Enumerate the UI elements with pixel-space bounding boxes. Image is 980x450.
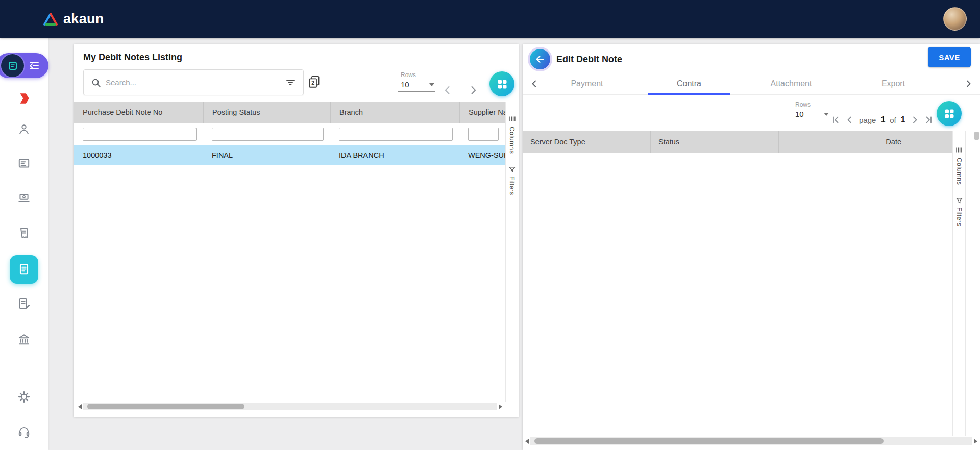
- sidebar-item-workstation[interactable]: [0, 191, 48, 205]
- column-header[interactable]: Status: [650, 131, 778, 153]
- column-header[interactable]: Server Doc Type: [523, 131, 650, 153]
- duplicate-icon[interactable]: 2: [307, 74, 321, 88]
- grid-view-button[interactable]: [937, 101, 962, 126]
- current-page: 1: [880, 115, 885, 124]
- workspace-badge[interactable]: [1, 54, 24, 77]
- back-button[interactable]: [530, 49, 550, 69]
- rows-value: 10: [401, 80, 409, 89]
- table-side-strip: Columns Filters: [952, 131, 966, 436]
- sidebar-item-support[interactable]: [0, 425, 48, 438]
- grid-icon: [497, 79, 508, 90]
- debit-notes-listing-panel: My Debit Notes Listing 2 Rows 10: [74, 44, 519, 417]
- scrollbar-thumb[interactable]: [974, 132, 979, 140]
- sidebar-item-bank[interactable]: [0, 333, 48, 346]
- search-input[interactable]: [106, 78, 280, 87]
- collapse-menu-icon: [29, 60, 40, 71]
- tab-bar: Payment Contra Attachment Export: [523, 72, 980, 95]
- table-filter-row: [74, 123, 505, 145]
- svg-text:2: 2: [311, 80, 314, 86]
- column-filter-input[interactable]: [212, 128, 324, 141]
- column-header[interactable]: Supplier Na: [459, 102, 505, 123]
- first-page-icon[interactable]: [831, 115, 841, 124]
- topbar: akaun: [0, 0, 980, 38]
- rows-value: 10: [795, 110, 804, 118]
- rows-per-page-select[interactable]: 10: [398, 79, 435, 92]
- save-button[interactable]: SAVE: [928, 47, 971, 67]
- column-filter-input[interactable]: [83, 128, 197, 141]
- brand-logo[interactable]: akaun: [43, 0, 104, 38]
- menu-toggle[interactable]: [0, 53, 48, 78]
- scrollbar-track: [83, 403, 497, 410]
- debit-notes-table: Purchase Debit Note No Posting Status Br…: [74, 102, 505, 165]
- card-list-icon: [17, 157, 31, 170]
- caret-down-icon: [429, 83, 434, 86]
- total-pages: 1: [901, 115, 905, 124]
- user-avatar[interactable]: [943, 7, 967, 31]
- column-filter-input[interactable]: [468, 128, 499, 141]
- scroll-right-arrow[interactable]: [974, 439, 977, 444]
- active-nav-tile: [10, 255, 38, 284]
- sidebar-item-debit-notes[interactable]: [0, 255, 48, 284]
- pager: page 1 of 1: [831, 115, 933, 124]
- receipt-icon: [17, 227, 31, 240]
- filter-list-icon[interactable]: [285, 77, 296, 88]
- sidebar-item-receipts[interactable]: [0, 227, 48, 240]
- scroll-left-arrow[interactable]: [525, 439, 529, 444]
- table-cell: IDA BRANCH: [330, 151, 459, 159]
- tabs-scroll-right-icon[interactable]: [964, 79, 973, 88]
- column-filter-input[interactable]: [339, 128, 453, 141]
- brand-name: akaun: [63, 11, 104, 27]
- person-icon: [17, 122, 31, 136]
- prev-page-icon[interactable]: [442, 84, 454, 96]
- tab-export[interactable]: Export: [842, 72, 944, 94]
- scrollbar-track: [530, 437, 972, 445]
- grid-view-button[interactable]: [489, 71, 514, 96]
- tab-contra[interactable]: Contra: [638, 72, 740, 94]
- search-box: [83, 69, 304, 95]
- filters-toggle[interactable]: Filters: [955, 207, 963, 227]
- filter-funnel-icon: [508, 166, 516, 173]
- workspace-icon: [8, 61, 18, 71]
- column-header[interactable]: Posting Status: [203, 102, 330, 123]
- table-row[interactable]: 1000033 FINAL IDA BRANCH WENG-SUP: [74, 145, 505, 165]
- filters-toggle[interactable]: Filters: [508, 176, 516, 195]
- horizontal-scrollbar: [525, 437, 977, 445]
- sidebar-item-contacts[interactable]: [0, 122, 48, 136]
- sidebar-item-credit-notes[interactable]: [0, 297, 48, 310]
- columns-icon: [508, 115, 517, 123]
- edit-debit-note-panel: Edit Debit Note SAVE Payment Contra Atta…: [523, 44, 980, 450]
- scroll-right-arrow[interactable]: [499, 404, 502, 409]
- column-header[interactable]: Date: [778, 131, 952, 153]
- last-page-icon[interactable]: [924, 115, 933, 124]
- sidebar-item-listing[interactable]: [0, 157, 48, 170]
- sidebar-item-settings[interactable]: [0, 390, 48, 404]
- arrow-back-icon: [534, 54, 546, 65]
- laptop-icon: [17, 191, 31, 205]
- columns-toggle[interactable]: Columns: [955, 158, 963, 185]
- bank-icon: [17, 333, 31, 346]
- prev-page-icon[interactable]: [845, 115, 854, 124]
- next-page-icon[interactable]: [467, 84, 479, 96]
- table-side-strip: Columns Filters: [505, 102, 519, 402]
- columns-toggle[interactable]: Columns: [508, 127, 516, 154]
- caret-down-icon: [824, 113, 829, 116]
- column-header[interactable]: Branch: [330, 102, 459, 123]
- tab-attachment[interactable]: Attachment: [740, 72, 842, 94]
- contra-table-header-row: Server Doc Type Status Date: [523, 131, 952, 153]
- tab-payment[interactable]: Payment: [536, 72, 638, 94]
- sidebar-item-red-module[interactable]: [0, 92, 48, 105]
- column-header[interactable]: Purchase Debit Note No: [74, 102, 203, 123]
- scrollbar-thumb[interactable]: [87, 404, 244, 409]
- filter-funnel-icon: [955, 197, 963, 205]
- rows-per-page-control: Rows 10: [792, 101, 830, 121]
- rows-per-page-select[interactable]: 10: [792, 108, 830, 121]
- scroll-left-arrow[interactable]: [78, 404, 82, 409]
- rows-label: Rows: [792, 101, 830, 108]
- brand-triangle-icon: [43, 12, 58, 26]
- next-page-icon[interactable]: [910, 115, 919, 124]
- scrollbar-thumb[interactable]: [534, 438, 884, 444]
- horizontal-scrollbar: [78, 402, 502, 411]
- gear-icon: [17, 390, 31, 404]
- strip-divider: [953, 192, 965, 192]
- table-header-row: Purchase Debit Note No Posting Status Br…: [74, 102, 505, 123]
